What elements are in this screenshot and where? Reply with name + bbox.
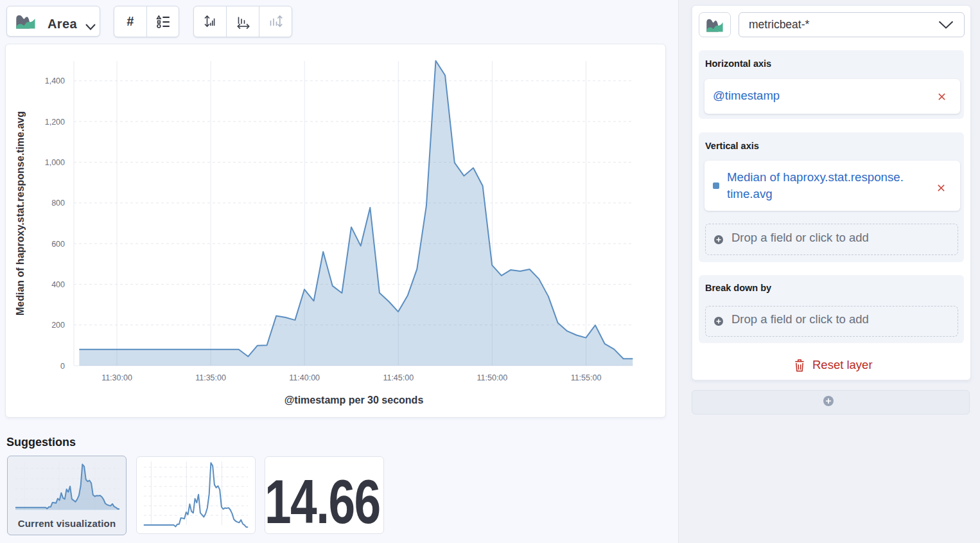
svg-text:1,400: 1,400 xyxy=(45,76,65,85)
svg-text:11:50:00: 11:50:00 xyxy=(477,373,508,382)
svg-text:11:35:00: 11:35:00 xyxy=(195,373,226,382)
svg-text:600: 600 xyxy=(51,240,65,249)
svg-text:11:30:00: 11:30:00 xyxy=(101,373,132,382)
svg-text:800: 800 xyxy=(51,199,65,208)
svg-text:11:55:00: 11:55:00 xyxy=(571,373,602,382)
svg-text:1,200: 1,200 xyxy=(45,118,65,127)
svg-text:11:40:00: 11:40:00 xyxy=(289,373,320,382)
svg-text:400: 400 xyxy=(51,280,65,289)
svg-text:Median of haproxy.stat.respons: Median of haproxy.stat.response.time.avg xyxy=(15,111,26,316)
svg-text:0: 0 xyxy=(60,362,65,371)
svg-text:1,000: 1,000 xyxy=(45,158,65,167)
svg-text:11:45:00: 11:45:00 xyxy=(383,373,414,382)
svg-text:200: 200 xyxy=(51,321,65,330)
svg-text:@timestamp per 30 seconds: @timestamp per 30 seconds xyxy=(284,395,424,405)
svg-text:Current visualization: Current visualization xyxy=(18,518,116,529)
